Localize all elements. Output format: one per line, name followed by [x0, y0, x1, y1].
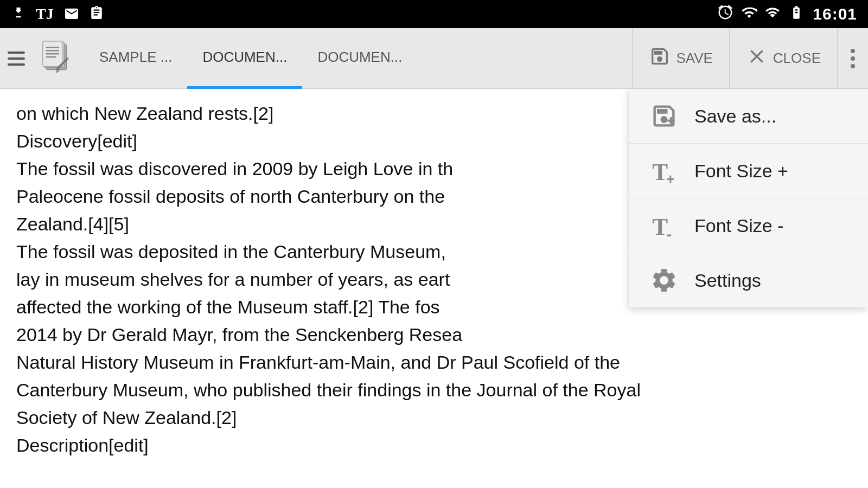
font-size-minus-icon: T - [649, 210, 679, 241]
time-display: 16:01 [813, 5, 857, 23]
save-icon [649, 46, 671, 71]
tj-icon: TJ [36, 5, 54, 23]
dropdown-menu: Save as... T + Font Size + T - Font Size… [629, 89, 868, 307]
tab-document-2[interactable]: DOCUMEN... [302, 28, 417, 89]
svg-text:T: T [652, 214, 668, 240]
settings-label: Settings [694, 270, 761, 291]
font-size-plus-icon: T + [649, 156, 679, 186]
save-as-icon [649, 101, 679, 131]
close-button[interactable]: CLOSE [729, 28, 837, 89]
toolbar: SAMPLE ... DOCUMEN... DOCUMEN... SAVE [0, 28, 868, 89]
clipboard-icon [90, 5, 104, 24]
more-button[interactable] [837, 28, 868, 89]
signal-icon [765, 5, 780, 24]
font-size-minus-label: Font Size - [694, 215, 783, 236]
close-label: CLOSE [773, 50, 821, 67]
wifi-icon [741, 4, 757, 24]
save-label: SAVE [676, 50, 712, 67]
menu-item-settings[interactable]: Settings [629, 253, 868, 307]
svg-text:+: + [666, 171, 674, 185]
battery-icon [788, 5, 805, 24]
svg-text:T: T [652, 159, 668, 185]
status-bar: TJ [0, 0, 868, 28]
tabs-container: SAMPLE ... DOCUMEN... DOCUMEN... [84, 28, 632, 89]
toolbar-actions: SAVE CLOSE [632, 28, 868, 89]
svg-text:-: - [666, 225, 672, 240]
close-icon [746, 46, 768, 71]
main-content: on which New Zealand rests.[2] Discovery… [0, 89, 868, 488]
usb-icon [11, 5, 26, 23]
menu-item-font-size-plus[interactable]: T + Font Size + [629, 144, 868, 198]
menu-item-font-size-minus[interactable]: T - Font Size - [629, 198, 868, 253]
more-icon [851, 49, 855, 68]
hamburger-icon [8, 52, 25, 66]
mail-icon [63, 6, 80, 23]
status-bar-left: TJ [11, 5, 104, 24]
alarm-icon [717, 4, 733, 24]
status-bar-right: 16:01 [717, 4, 857, 24]
save-button[interactable]: SAVE [632, 28, 729, 89]
menu-item-save-as[interactable]: Save as... [629, 89, 868, 144]
font-size-plus-label: Font Size + [694, 160, 788, 182]
hamburger-button[interactable] [0, 28, 33, 89]
app-logo [35, 37, 79, 80]
settings-icon [649, 265, 679, 296]
save-as-label: Save as... [694, 106, 776, 127]
tab-document-1[interactable]: DOCUMEN... [187, 28, 302, 89]
tab-sample[interactable]: SAMPLE ... [84, 28, 187, 89]
